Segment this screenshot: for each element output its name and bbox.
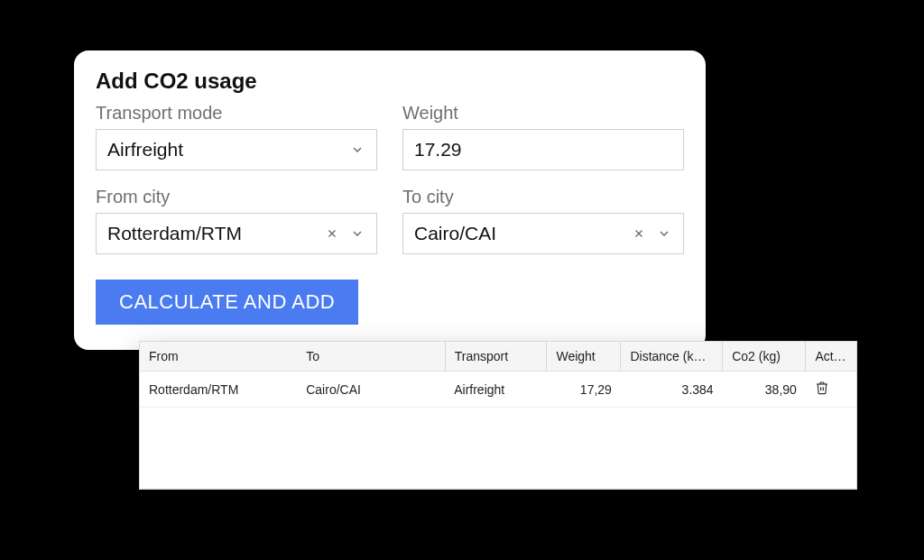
calculate-and-add-button[interactable]: CALCULATE AND ADD (96, 280, 358, 325)
results-table: From To Transport Weight Distance (k… Co… (140, 342, 856, 489)
th-actions: Act… (806, 342, 856, 372)
transport-mode-label: Transport mode (96, 103, 377, 124)
cell-from: Rotterdam/RTM (140, 372, 297, 408)
to-city-label: To city (402, 187, 684, 207)
th-co2: Co2 (kg) (723, 342, 806, 372)
chevron-down-icon (349, 225, 365, 242)
field-row-1: Transport mode Airfreight Weight 17.29 (96, 103, 684, 170)
to-city-field: To city Cairo/CAI (402, 187, 684, 254)
th-from: From (140, 342, 297, 372)
th-transport: Transport (445, 342, 547, 372)
transport-mode-field: Transport mode Airfreight (96, 103, 377, 170)
cell-to: Cairo/CAI (297, 372, 445, 408)
table-empty-space (140, 408, 856, 489)
from-city-select[interactable]: Rotterdam/RTM (96, 213, 377, 254)
cell-transport: Airfreight (445, 372, 547, 408)
results-table-card: From To Transport Weight Distance (k… Co… (139, 341, 857, 490)
cell-distance: 3.384 (621, 372, 723, 408)
chevron-down-icon (349, 142, 365, 158)
cell-actions (806, 372, 856, 408)
to-city-value: Cairo/CAI (414, 223, 631, 244)
trash-icon[interactable] (815, 381, 829, 395)
transport-mode-value: Airfreight (107, 139, 344, 161)
field-row-2: From city Rotterdam/RTM To city Cairo/CA… (96, 187, 684, 254)
weight-field: Weight 17.29 (402, 103, 684, 170)
weight-label: Weight (402, 103, 684, 124)
clear-icon[interactable] (324, 225, 340, 242)
cell-co2: 38,90 (723, 372, 806, 408)
from-city-label: From city (96, 187, 377, 207)
to-city-select[interactable]: Cairo/CAI (402, 213, 684, 254)
form-title: Add CO2 usage (96, 69, 684, 94)
clear-icon[interactable] (631, 225, 647, 242)
co2-form-card: Add CO2 usage Transport mode Airfreight … (74, 50, 706, 350)
transport-mode-select[interactable]: Airfreight (96, 129, 377, 170)
chevron-down-icon (656, 225, 672, 242)
table-row: Rotterdam/RTM Cairo/CAI Airfreight 17,29… (140, 372, 856, 408)
th-weight: Weight (547, 342, 621, 372)
weight-value: 17.29 (414, 139, 462, 161)
weight-input[interactable]: 17.29 (402, 129, 684, 170)
th-to: To (297, 342, 445, 372)
from-city-value: Rotterdam/RTM (107, 223, 324, 244)
cell-weight: 17,29 (547, 372, 621, 408)
from-city-field: From city Rotterdam/RTM (96, 187, 377, 254)
table-header-row: From To Transport Weight Distance (k… Co… (140, 342, 856, 372)
th-distance: Distance (k… (621, 342, 723, 372)
